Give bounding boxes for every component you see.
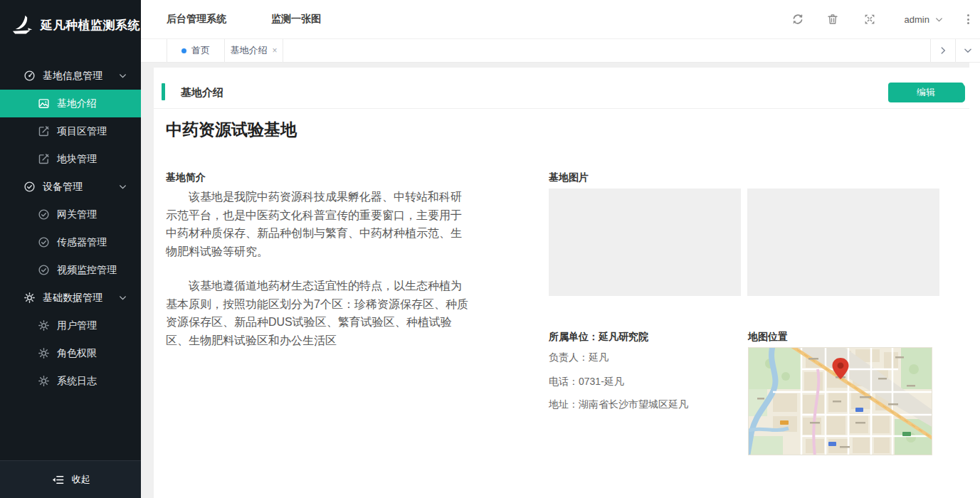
sidebar-item-role-permissions[interactable]: 角色权限 <box>0 339 141 367</box>
more-options-icon[interactable] <box>965 12 971 26</box>
tab-bar-fill <box>283 39 930 62</box>
tab-home[interactable]: 首页 <box>167 39 225 62</box>
edit-icon <box>38 153 50 165</box>
chevron-right-icon <box>938 46 948 55</box>
check-circle-icon <box>23 181 36 193</box>
sailboat-logo-icon <box>9 13 34 38</box>
section-accent-bar <box>162 83 165 100</box>
sidebar-item-label: 角色权限 <box>57 347 97 360</box>
app-title: 延凡种植监测系统 <box>41 17 140 33</box>
collapse-menu-icon <box>51 473 65 487</box>
sidebar-item-label: 项目区管理 <box>57 125 107 138</box>
chevron-down-icon <box>118 182 127 191</box>
edit-icon <box>38 125 50 137</box>
edit-button[interactable]: 编辑 <box>888 83 964 102</box>
info-phone: 电话：0731-延凡 <box>549 376 624 388</box>
app-logo: 延凡种植监测系统 <box>0 0 141 50</box>
collapse-label: 收起 <box>72 473 90 486</box>
map-label: 地图位置 <box>748 331 788 344</box>
sidebar-item-base-intro[interactable]: 基地介绍 <box>0 90 141 117</box>
gear-icon <box>38 375 50 387</box>
sidebar-item-system-log[interactable]: 系统日志 <box>0 367 141 395</box>
sidebar-item-label: 系统日志 <box>57 375 97 388</box>
trash-icon[interactable] <box>826 13 839 26</box>
close-icon[interactable]: × <box>272 46 277 55</box>
sidebar-item-user-management[interactable]: 用户管理 <box>0 312 141 339</box>
intro-label: 基地简介 <box>166 171 206 184</box>
info-unit: 所属单位：延凡研究院 <box>549 331 648 344</box>
image-icon <box>38 97 50 110</box>
chevron-down-icon <box>934 15 944 24</box>
sidebar-item-device-management[interactable]: 设备管理 <box>0 173 141 201</box>
chevron-down-icon <box>118 71 127 80</box>
sidebar-item-label: 网关管理 <box>57 208 97 221</box>
sidebar-item-label: 基础数据管理 <box>43 292 102 304</box>
images-label: 基地图片 <box>549 171 589 184</box>
base-image-placeholder-2 <box>747 189 939 296</box>
base-intro-card: 基地介绍 编辑 中药资源试验基地 基地简介 该基地是我院中药资源科技成果孵化器、… <box>154 68 969 498</box>
sidebar-item-label: 地块管理 <box>57 153 97 166</box>
header-actions: admin <box>791 12 980 26</box>
sidebar-item-base-info-management[interactable]: 基地信息管理 <box>0 62 141 90</box>
sidebar-item-label: 设备管理 <box>43 181 83 194</box>
intro-paragraph-1: 该基地是我院中药资源科技成果孵化器、中转站和科研示范平台，也是中医药文化科普宣传… <box>166 188 470 260</box>
sidebar-item-basic-data-management[interactable]: 基础数据管理 <box>0 284 141 312</box>
tab-bar: 首页 基地介绍 × <box>141 39 980 63</box>
tab-bar-spacer <box>141 39 167 62</box>
info-manager: 负责人：延凡 <box>549 351 608 364</box>
sidebar-item-label: 视频监控管理 <box>57 264 117 277</box>
page-title: 中药资源试验基地 <box>166 119 297 141</box>
user-menu[interactable]: admin <box>905 14 944 25</box>
fullscreen-icon[interactable] <box>863 13 876 26</box>
sidebar-item-label: 用户管理 <box>57 319 97 332</box>
divider <box>154 108 969 109</box>
sidebar-item-project-area-management[interactable]: 项目区管理 <box>0 117 141 145</box>
chevron-down-icon <box>118 293 127 302</box>
section-title: 基地介绍 <box>181 86 223 100</box>
nav-backend-system[interactable]: 后台管理系统 <box>167 13 226 26</box>
top-header: 后台管理系统 监测一张图 admin <box>141 0 980 39</box>
check-circle-icon <box>38 264 50 276</box>
sidebar-item-gateway-management[interactable]: 网关管理 <box>0 201 141 228</box>
sidebar-item-sensor-management[interactable]: 传感器管理 <box>0 228 141 256</box>
content-area: 基地介绍 编辑 中药资源试验基地 基地简介 该基地是我院中药资源科技成果孵化器、… <box>141 63 980 498</box>
check-circle-icon <box>38 208 50 221</box>
gear-icon <box>23 292 36 304</box>
sidebar-item-label: 基地信息管理 <box>43 70 102 83</box>
gear-icon <box>38 319 50 332</box>
info-address: 地址：湖南省长沙市望城区延凡 <box>549 398 688 411</box>
sidebar: 延凡种植监测系统 基地信息管理 基地介绍 项目区管理 地块管理 <box>0 0 141 498</box>
check-circle-icon <box>38 236 50 248</box>
tab-base-intro[interactable]: 基地介绍 × <box>225 39 283 62</box>
dashboard-icon <box>23 70 36 82</box>
sidebar-item-label: 传感器管理 <box>57 236 107 249</box>
sidebar-item-video-monitoring-management[interactable]: 视频监控管理 <box>0 256 141 284</box>
nav-monitoring-map[interactable]: 监测一张图 <box>271 13 321 26</box>
tab-label: 首页 <box>191 44 210 57</box>
header-nav: 后台管理系统 监测一张图 <box>141 13 321 26</box>
card-scrollbar-thumb[interactable] <box>958 84 965 102</box>
scrollbar-track <box>969 63 980 498</box>
refresh-icon[interactable] <box>791 13 804 26</box>
tab-label: 基地介绍 <box>230 44 267 57</box>
tabs-scroll-right-button[interactable] <box>930 39 955 62</box>
tabs-menu-button[interactable] <box>955 39 980 62</box>
intro-paragraph-2: 该基地遵循道地药材生态适宜性的特点，以生态种植为基本原则，按照功能区划分为7个区… <box>166 277 470 349</box>
sidebar-item-plot-management[interactable]: 地块管理 <box>0 145 141 173</box>
sidebar-item-label: 基地介绍 <box>57 97 97 110</box>
map-image[interactable] <box>748 347 932 455</box>
base-image-placeholder-1 <box>549 189 741 296</box>
chevron-down-icon <box>963 46 973 55</box>
active-tab-dot <box>181 48 186 53</box>
username: admin <box>905 14 929 25</box>
gear-icon <box>38 347 50 359</box>
sidebar-menu: 基地信息管理 基地介绍 项目区管理 地块管理 设备管理 <box>0 50 141 395</box>
sidebar-collapse-button[interactable]: 收起 <box>0 460 141 498</box>
